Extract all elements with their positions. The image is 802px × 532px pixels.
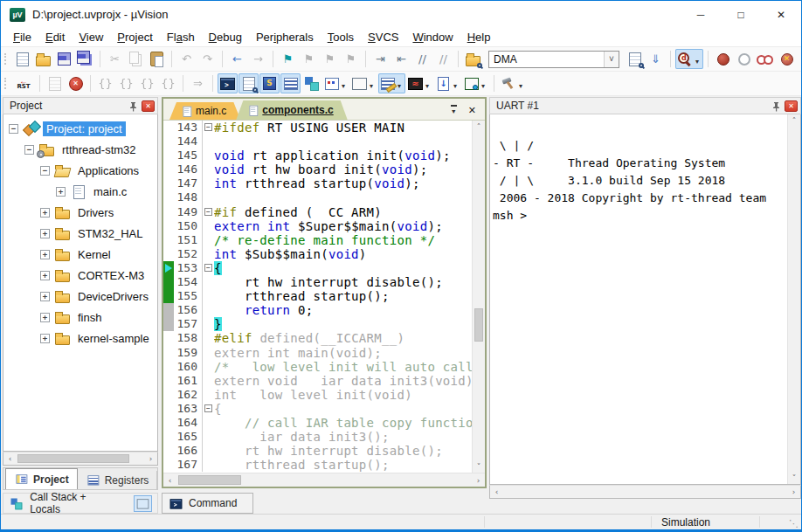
code-line-text[interactable]: extern void __iar_data_init3(void); <box>214 374 472 388</box>
tree-item-project-project[interactable]: −Project: project <box>3 118 157 139</box>
enable-breakpoint-icon[interactable] <box>734 49 754 69</box>
breakpoint-margin[interactable] <box>163 402 174 416</box>
dropdown-arrow-icon[interactable] <box>339 76 348 92</box>
undo-icon[interactable]: ↶ <box>176 49 197 69</box>
tree-item-finsh[interactable]: +finsh <box>3 307 157 328</box>
find-in-files-icon[interactable] <box>625 49 645 69</box>
menu-svcs[interactable]: SVCS <box>361 29 405 45</box>
resize-grip[interactable] <box>789 518 799 529</box>
close-button[interactable]: ✕ <box>761 1 801 28</box>
scroll-thumb[interactable] <box>17 454 129 463</box>
bookmark-clear-all-icon[interactable]: ⚑ <box>341 49 361 69</box>
expand-icon[interactable]: + <box>56 187 66 197</box>
analysis-window-icon[interactable]: ≈ <box>406 73 433 93</box>
breakpoint-margin[interactable] <box>163 149 174 162</box>
code-line-text[interactable] <box>214 135 472 149</box>
breakpoint-margin[interactable] <box>163 135 174 149</box>
breakpoint-margin[interactable] <box>163 374 174 388</box>
scroll-down-icon[interactable]: ˅ <box>790 473 799 482</box>
indent-icon[interactable]: ⇥ <box>370 49 391 69</box>
copy-icon[interactable] <box>126 49 146 69</box>
breakpoint-margin[interactable] <box>163 388 174 402</box>
step-icon[interactable]: {} <box>95 73 115 93</box>
uart-vscrollbar[interactable]: ˄ ˅ <box>787 114 800 484</box>
menu-tools[interactable]: Tools <box>321 29 361 45</box>
disassembly-window-icon[interactable] <box>239 73 259 93</box>
current-statement-marker[interactable] <box>163 261 174 275</box>
insert-breakpoint-icon[interactable] <box>713 49 733 69</box>
breakpoint-margin[interactable] <box>163 162 174 176</box>
code-line-text[interactable]: } <box>214 317 472 331</box>
show-next-statement-icon[interactable]: ⇒ <box>188 73 208 93</box>
editor-tab-main-c[interactable]: main.c <box>169 102 240 120</box>
fold-collapse-icon[interactable]: − <box>204 264 212 272</box>
scroll-up-icon[interactable]: ˄ <box>474 122 484 131</box>
navigate-forward-icon[interactable]: → <box>248 49 268 69</box>
outdent-icon[interactable]: ⇤ <box>391 49 411 69</box>
code-line-text[interactable]: #elif defined(__ICCARM__) <box>214 331 472 345</box>
code-area[interactable]: 143−#ifdef RT_USING_USER_MAIN144145void … <box>163 121 485 473</box>
project-hscrollbar[interactable]: ‹ › <box>3 452 158 466</box>
redo-icon[interactable]: ↷ <box>197 49 218 69</box>
tree-item-kernel[interactable]: +Kernel <box>3 244 157 265</box>
menu-file[interactable]: File <box>6 29 38 45</box>
code-line-text[interactable]: /* re-define main function */ <box>214 233 472 247</box>
editor-tab-components-c[interactable]: components.c <box>236 100 347 120</box>
tree-item-rtthread-stm32[interactable]: −rtthread-stm32 <box>3 139 157 160</box>
uart-hscrollbar[interactable]: ‹ › <box>489 485 801 499</box>
coverage-marker[interactable] <box>163 289 174 303</box>
fold-collapse-icon[interactable]: − <box>204 208 212 216</box>
scroll-thumb[interactable] <box>178 475 241 485</box>
code-line-text[interactable]: rt_hw_interrupt_disable(); <box>214 444 472 458</box>
memory-window-icon[interactable] <box>350 73 377 93</box>
project-panel-close-icon[interactable] <box>142 100 155 112</box>
callstack-locals-tab[interactable]: Call Stack + Locals <box>3 493 158 514</box>
breakpoint-margin[interactable] <box>163 176 174 190</box>
code-line-text[interactable]: { <box>214 402 472 416</box>
scroll-left-icon[interactable]: ‹ <box>165 476 175 485</box>
tree-item-stm32-hal[interactable]: +STM32_HAL <box>3 223 157 244</box>
combobox-dropdown-icon[interactable] <box>604 52 619 67</box>
code-line-text[interactable]: return 0; <box>214 303 472 317</box>
breakpoint-margin[interactable] <box>163 205 174 219</box>
uncomment-icon[interactable]: // <box>433 49 453 69</box>
code-line-text[interactable]: #if defined (__CC_ARM) <box>214 205 472 219</box>
dropdown-arrow-icon[interactable] <box>479 76 487 92</box>
pin-icon[interactable] <box>128 101 138 112</box>
dropdown-arrow-icon[interactable] <box>516 76 525 92</box>
tree-item-cortex-m3[interactable]: +CORTEX-M3 <box>3 265 157 286</box>
scroll-right-icon[interactable]: › <box>146 454 156 463</box>
editor-vscrollbar[interactable]: ˄ ˅ <box>472 121 485 473</box>
search-combobox[interactable]: DMA <box>488 51 619 68</box>
code-line-text[interactable]: #ifdef RT_USING_USER_MAIN <box>214 121 472 135</box>
expand-icon[interactable]: + <box>40 250 50 259</box>
expand-icon[interactable]: + <box>40 313 50 322</box>
collapse-icon[interactable]: − <box>24 145 34 155</box>
tree-item-kernel-sample[interactable]: +kernel-sample <box>3 328 157 349</box>
quick-find-icon[interactable]: d <box>675 49 703 69</box>
code-line-text[interactable]: rtthread_startup(); <box>214 458 472 472</box>
save-icon[interactable] <box>54 49 74 69</box>
reset-cpu-icon[interactable]: RST <box>12 73 35 93</box>
fold-collapse-icon[interactable]: − <box>204 404 212 412</box>
menu-project[interactable]: Project <box>110 29 159 45</box>
system-viewer-icon[interactable] <box>462 73 489 93</box>
breakpoint-margin[interactable] <box>163 444 174 458</box>
kill-all-breakpoints-icon[interactable]: ✕ <box>777 49 797 69</box>
coverage-marker[interactable] <box>163 275 174 289</box>
disable-all-breakpoints-icon[interactable] <box>755 49 776 69</box>
watch-window-icon[interactable] <box>322 73 349 93</box>
navigate-back-icon[interactable]: ← <box>227 49 247 69</box>
menu-peripherals[interactable]: Peripherals <box>249 29 321 45</box>
trace-window-icon[interactable]: ↓ <box>434 73 461 93</box>
code-line-text[interactable] <box>214 190 472 204</box>
breakpoint-margin[interactable] <box>163 247 174 261</box>
uart-panel-close-icon[interactable] <box>785 100 798 112</box>
pin-icon[interactable] <box>771 101 781 112</box>
menu-edit[interactable]: Edit <box>38 29 72 45</box>
tree-item-applications[interactable]: −Applications <box>3 160 157 181</box>
dropdown-arrow-icon[interactable] <box>367 76 376 92</box>
scroll-left-icon[interactable]: ‹ <box>492 487 501 496</box>
breakpoint-margin[interactable] <box>163 331 174 345</box>
code-line-text[interactable]: __iar_data_init3(); <box>214 430 472 444</box>
